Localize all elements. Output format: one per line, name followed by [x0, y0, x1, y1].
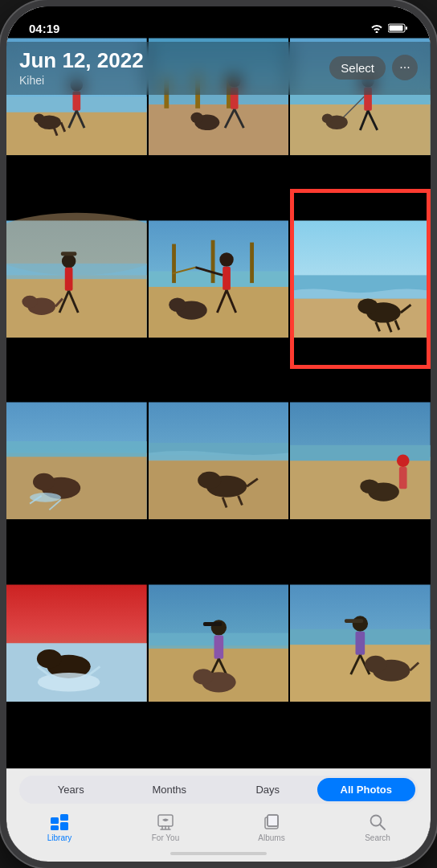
svg-rect-122	[51, 817, 59, 824]
svg-rect-125	[60, 822, 68, 830]
photo-grid	[6, 6, 431, 733]
photo-cell-12[interactable]	[290, 553, 431, 734]
library-icon	[50, 813, 69, 831]
tab-library-label: Library	[47, 833, 72, 842]
header-location: Kihei	[19, 74, 144, 87]
tab-search[interactable]: Search	[325, 813, 431, 842]
svg-point-97	[37, 649, 62, 668]
tab-albums-label: Albums	[258, 833, 284, 842]
svg-point-83	[198, 472, 221, 489]
svg-rect-1	[406, 27, 407, 30]
svg-point-54	[219, 252, 233, 266]
svg-point-104	[210, 620, 226, 635]
photo-cell-5[interactable]	[149, 189, 289, 370]
svg-rect-4	[6, 108, 147, 155]
svg-rect-39	[6, 263, 147, 278]
svg-rect-2	[390, 26, 403, 31]
notch	[162, 6, 275, 29]
svg-rect-55	[223, 266, 231, 289]
status-icons	[370, 23, 408, 33]
svg-rect-52	[210, 240, 214, 282]
svg-rect-124	[51, 825, 59, 830]
phone-inner: 04:19	[6, 6, 431, 862]
header: Jun 12, 2022 Kihei Select ···	[6, 42, 431, 95]
svg-rect-116	[356, 631, 366, 654]
photo-cell-11[interactable]	[149, 553, 289, 734]
svg-point-75	[33, 473, 55, 490]
svg-rect-16	[149, 104, 289, 155]
years-tab[interactable]: Years	[22, 778, 120, 801]
svg-point-35	[322, 114, 333, 124]
tab-foryou-label: For You	[152, 833, 179, 842]
status-time: 04:19	[29, 22, 59, 35]
foryou-icon	[157, 813, 174, 831]
photo-cell-9[interactable]	[290, 371, 431, 551]
battery-icon	[388, 23, 408, 33]
svg-rect-93	[399, 467, 407, 489]
svg-line-131	[380, 825, 385, 829]
tab-library[interactable]: Library	[6, 813, 112, 842]
svg-rect-123	[60, 814, 68, 821]
svg-rect-115	[345, 619, 363, 623]
photo-cell-6[interactable]	[290, 189, 431, 370]
svg-point-46	[22, 295, 37, 308]
header-buttons: Select ···	[329, 55, 418, 80]
svg-rect-41	[61, 252, 76, 256]
svg-rect-89	[290, 445, 431, 461]
days-tab[interactable]: Days	[218, 778, 317, 801]
svg-point-25	[190, 113, 203, 124]
svg-point-92	[397, 454, 410, 467]
view-switcher: Years Months Days All Photos	[19, 776, 418, 804]
wifi-icon	[370, 23, 383, 33]
svg-rect-51	[172, 244, 176, 283]
svg-rect-73	[6, 441, 147, 457]
tab-bar: Years Months Days All Photos Library	[6, 768, 431, 862]
svg-point-98	[38, 673, 100, 691]
svg-point-11	[34, 114, 45, 124]
tab-albums[interactable]: Albums	[218, 813, 325, 842]
svg-point-120	[365, 655, 386, 672]
svg-rect-42	[65, 267, 73, 290]
svg-point-40	[62, 254, 76, 268]
photo-cell-4[interactable]	[6, 189, 147, 370]
tab-search-label: Search	[365, 833, 390, 842]
view-switcher-container: Years Months Days All Photos	[6, 776, 431, 810]
photo-cell-10[interactable]	[6, 553, 147, 734]
svg-point-114	[353, 616, 368, 631]
tab-for-you[interactable]: For You	[112, 813, 218, 842]
svg-rect-128	[268, 815, 278, 826]
svg-point-61	[169, 297, 186, 311]
svg-rect-105	[203, 622, 222, 626]
select-button[interactable]: Select	[329, 56, 386, 80]
content-area: Jun 12, 2022 Kihei Select ···	[6, 6, 431, 733]
all-photos-tab[interactable]: All Photos	[317, 778, 416, 801]
tab-items: Library For You Albu	[6, 810, 431, 842]
months-tab[interactable]: Months	[120, 778, 219, 801]
phone-frame: 04:19	[0, 0, 437, 868]
svg-rect-53	[250, 242, 254, 282]
svg-rect-106	[214, 635, 223, 658]
more-button[interactable]: ···	[392, 55, 418, 80]
svg-rect-88	[290, 457, 431, 519]
header-date: Jun 12, 2022	[19, 48, 144, 73]
svg-point-91	[361, 480, 379, 493]
svg-point-110	[193, 669, 213, 684]
search-icon	[369, 813, 386, 831]
albums-icon	[263, 813, 280, 831]
home-indicator	[170, 852, 267, 855]
photo-cell-8[interactable]	[149, 371, 289, 551]
svg-point-66	[358, 298, 378, 313]
photo-cell-7[interactable]	[6, 371, 147, 551]
